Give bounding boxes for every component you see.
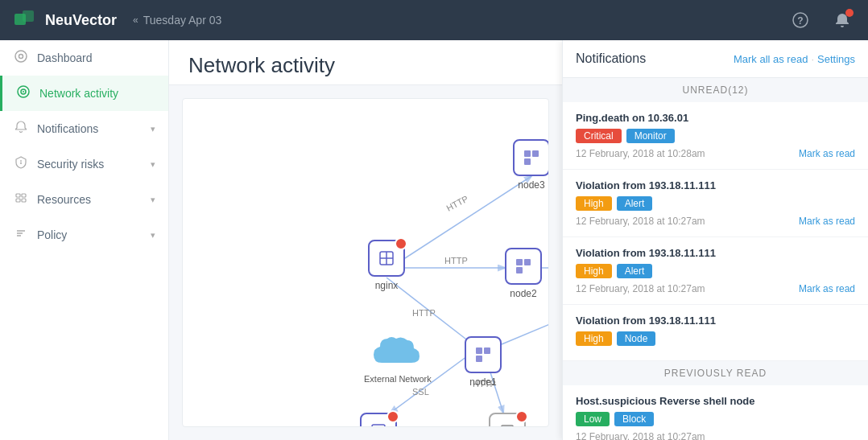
tag-high: High — [576, 331, 612, 346]
svg-rect-39 — [524, 150, 531, 157]
notification-bell-button[interactable] — [829, 7, 855, 33]
topbar-icons: ? — [787, 7, 855, 33]
svg-rect-12 — [22, 194, 26, 197]
page-title: Network activity — [188, 53, 543, 78]
mark-as-read-button[interactable]: Mark as read — [799, 148, 855, 159]
sidebar-item-network-activity[interactable]: Network activity — [0, 76, 168, 111]
svg-text:HTTP: HTTP — [444, 256, 468, 265]
svg-text:HTTP: HTTP — [412, 308, 436, 318]
sidebar-label-policy: Policy — [37, 228, 143, 241]
svg-text:HTTP: HTTP — [444, 194, 469, 213]
svg-rect-41 — [524, 158, 531, 165]
chevron-resources-icon: ▾ — [151, 195, 155, 205]
svg-rect-13 — [16, 199, 20, 202]
svg-point-4 — [15, 51, 27, 62]
svg-rect-45 — [516, 259, 523, 265]
notif-tags: HighNode — [576, 331, 855, 346]
notif-time: 12 February, 2018 at 10:28am — [576, 148, 705, 159]
nginx-node[interactable]: nginx — [368, 240, 405, 291]
svg-text:?: ? — [797, 15, 803, 27]
external-network-label: External Network — [364, 374, 432, 384]
tag-monitor: Node — [617, 331, 656, 346]
mark-all-read-button[interactable]: Mark all as read — [734, 53, 808, 65]
notif-time: 12 February, 2018 at 10:27am — [576, 283, 705, 294]
svg-rect-1 — [23, 10, 34, 22]
sidebar-item-security-risks[interactable]: Security risks ▾ — [0, 146, 168, 182]
sidebar-item-resources[interactable]: Resources ▾ — [0, 182, 168, 217]
mysql-node[interactable]: mysql — [360, 413, 397, 427]
notif-tags: CriticalMonitor — [576, 129, 855, 143]
svg-point-8 — [23, 91, 24, 93]
notif-tags: HighAlert — [576, 196, 855, 211]
panel-actions: Mark all as read · Settings — [734, 53, 855, 65]
content-area: Network activity HTTP Redis HTTP — [169, 40, 562, 440]
notif-meta: 12 February, 2018 at 10:27amMark as read — [576, 216, 855, 227]
sidebar-label-notifications: Notifications — [37, 122, 143, 135]
sidebar-label-security-risks: Security risks — [37, 158, 143, 171]
help-button[interactable]: ? — [787, 7, 813, 33]
notif-title: Violation from 193.18.11.111 — [576, 179, 855, 191]
notif-meta: 12 February, 2018 at 10:27am — [576, 431, 855, 440]
notif-meta: 12 February, 2018 at 10:27amMark as read — [576, 283, 855, 294]
external-network-node[interactable]: External Network — [364, 332, 432, 384]
action-separator: · — [811, 53, 814, 65]
topbar: NeuVector « Tuesday Apr 03 ? — [0, 0, 868, 40]
svg-rect-49 — [476, 347, 482, 354]
node1-node[interactable]: node1 — [465, 336, 502, 388]
brand-name: NeuVector — [45, 12, 117, 29]
topbar-date: « Tuesday Apr 03 — [133, 14, 221, 27]
network-canvas: HTTP Redis HTTP Redis HTTP Redis — [182, 98, 549, 427]
chevron-policy-icon: ▾ — [151, 230, 155, 241]
read-items-container: Host.suspicious Reverse shell nodeLowBlo… — [563, 385, 868, 440]
node2-node[interactable]: node2 — [505, 248, 542, 299]
chevron-security-icon: ▾ — [151, 159, 155, 170]
svg-rect-52 — [502, 426, 513, 427]
brand-logo: NeuVector — [13, 7, 117, 33]
list-item: Violation from 193.18.11.111HighAlert12 … — [563, 237, 868, 305]
sidebar-item-notifications[interactable]: Notifications ▾ — [0, 111, 168, 146]
policy-icon — [13, 227, 29, 243]
svg-rect-11 — [16, 194, 20, 197]
mark-as-read-button[interactable]: Mark as read — [799, 283, 855, 294]
tag-block: Block — [614, 412, 654, 426]
mark-as-read-button[interactable]: Mark as read — [799, 216, 855, 227]
node3-box — [513, 139, 549, 176]
notif-title: Violation from 193.18.11.111 — [576, 247, 855, 259]
tag-alert: Alert — [617, 264, 653, 278]
svg-point-9 — [20, 162, 22, 164]
notification-badge — [845, 9, 854, 17]
notifications-icon — [13, 121, 29, 137]
svg-rect-50 — [484, 347, 490, 354]
dashboard-icon — [13, 50, 29, 66]
node2-box — [505, 248, 542, 285]
chevron-left-icon: « — [133, 14, 138, 26]
node3-node[interactable]: node3 — [513, 139, 549, 191]
tag-critical: Critical — [576, 129, 622, 143]
sidebar-item-dashboard[interactable]: Dashboard — [0, 40, 168, 76]
svg-point-5 — [19, 55, 23, 59]
unread-banner: UNREAD(12) — [563, 78, 868, 102]
tag-alert: Alert — [617, 196, 653, 211]
panel-header: Notifications Mark all as read · Setting… — [563, 40, 868, 78]
panel-title: Notifications — [576, 51, 646, 66]
svg-rect-53 — [372, 425, 385, 427]
list-item: Violation from 193.18.11.111HighNode — [563, 305, 868, 361]
svg-rect-47 — [516, 267, 523, 273]
notif-meta: 12 February, 2018 at 10:28amMark as read — [576, 148, 855, 159]
tag-monitor: Monitor — [626, 129, 675, 143]
wordpress-box — [489, 413, 526, 427]
settings-button[interactable]: Settings — [817, 53, 855, 65]
sidebar-item-policy[interactable]: Policy ▾ — [0, 217, 168, 253]
svg-rect-51 — [476, 356, 482, 362]
unread-items-container: Ping.death on 10.36.01CriticalMonitor12 … — [563, 102, 868, 361]
security-icon — [13, 156, 29, 172]
node2-label: node2 — [510, 288, 536, 299]
wordpress-node[interactable]: wordpress — [485, 413, 529, 427]
resources-icon — [13, 191, 29, 208]
node1-box — [465, 336, 502, 373]
content-header: Network activity — [169, 40, 562, 85]
notif-tags: LowBlock — [576, 412, 855, 426]
node1-label: node1 — [469, 376, 496, 388]
notif-tags: HighAlert — [576, 264, 855, 278]
nginx-box — [368, 240, 405, 277]
